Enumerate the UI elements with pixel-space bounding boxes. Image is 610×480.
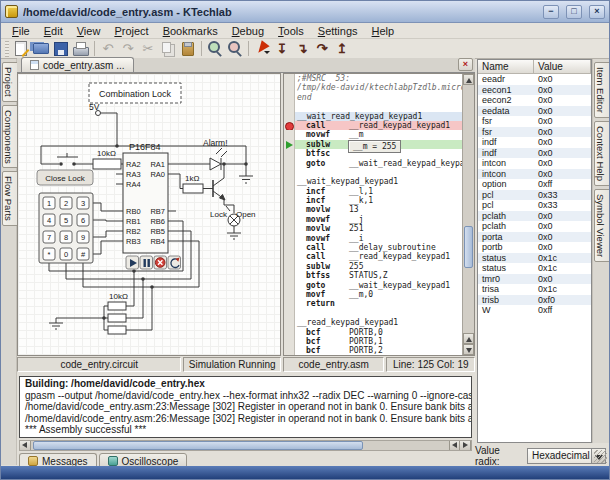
code-line[interactable]: /tmp/kde-david/ktechlabpTzdlb.microbe	[284, 83, 462, 92]
code-line[interactable]: movlw251	[284, 224, 462, 233]
breakpoint-gutter[interactable]	[284, 187, 295, 196]
menu-item[interactable]: File	[5, 24, 37, 38]
code-line[interactable]	[284, 309, 462, 318]
keypad-key[interactable]: 2	[64, 199, 68, 208]
dock-tab[interactable]: Item Editor	[594, 62, 610, 118]
menu-item[interactable]: Bookmarks	[156, 24, 225, 38]
breakpoint-gutter[interactable]	[284, 177, 295, 186]
close-view-button[interactable]: ×	[458, 58, 473, 71]
menu-item[interactable]: View	[70, 24, 108, 38]
undo-icon[interactable]: ↶	[99, 40, 117, 58]
breakpoint-gutter[interactable]	[284, 159, 295, 168]
circuit-view[interactable]: Combination Lock 5V 10kΩ P16F84 Alarm! 1…	[17, 73, 281, 356]
scroll-down-arrow[interactable]	[463, 344, 474, 355]
register-row[interactable]: porta 0x0	[478, 232, 591, 243]
pause-button[interactable]	[140, 256, 153, 269]
circuit-canvas[interactable]: Combination Lock 5V 10kΩ P16F84 Alarm! 1…	[18, 74, 280, 355]
code-line[interactable]: movwf__m	[284, 130, 462, 139]
keypad-key[interactable]: 4	[47, 216, 51, 225]
code-line[interactable]: bcfPORTB,1	[284, 337, 462, 346]
code-vertical-scrollbar[interactable]	[462, 74, 474, 355]
step-out-icon[interactable]: ↥	[333, 40, 351, 58]
breakpoint-gutter[interactable]	[284, 112, 295, 121]
keypad-key[interactable]: *	[48, 250, 51, 259]
keypad-key[interactable]: 7	[47, 233, 51, 242]
build-output[interactable]: Building: /home/david/code_entry.hexgpas…	[19, 376, 472, 438]
menu-item[interactable]: Edit	[37, 24, 70, 38]
register-row[interactable]: W 0xff	[478, 305, 591, 316]
code-line[interactable]: incf__l,1	[284, 187, 462, 196]
code-line[interactable]: movf__m,0	[284, 290, 462, 299]
register-row[interactable]: eedata 0x0	[478, 106, 591, 117]
breakpoint-gutter[interactable]	[284, 93, 295, 102]
register-row[interactable]: status 0x1c	[478, 263, 591, 274]
new-file-icon[interactable]	[12, 40, 30, 58]
code-line[interactable]: goto__wait_keypad_keypad1	[284, 281, 462, 290]
code-line[interactable]: ;#MSRC 53:	[284, 74, 462, 83]
breakpoint-gutter[interactable]	[284, 346, 295, 355]
register-row[interactable]: eecon1 0x0	[478, 85, 591, 96]
output-horizontal-scrollbar[interactable]	[19, 440, 472, 451]
code-line[interactable]: movwf__i	[284, 234, 462, 243]
code-line[interactable]: __read_keypad_keypad1	[284, 318, 462, 327]
register-row[interactable]: pcl 0x33	[478, 200, 591, 211]
maximize-button[interactable]: □	[566, 5, 582, 19]
code-line[interactable]	[284, 168, 462, 177]
breakpoint-gutter[interactable]	[284, 309, 295, 318]
menu-item[interactable]: Project	[107, 24, 155, 38]
copy-icon[interactable]	[159, 40, 177, 58]
code-lines[interactable]: ;#MSRC 53: /tmp/kde-david/ktechlabpTzdlb…	[284, 74, 462, 355]
keypad-key[interactable]: 9	[81, 233, 85, 242]
titlebar[interactable]: /home/david/code_entry.asm - KTechlab − …	[1, 1, 609, 23]
menu-item[interactable]: Help	[365, 24, 402, 38]
register-row[interactable]: intcon 0x0	[478, 158, 591, 169]
register-row[interactable]: indf 0x0	[478, 137, 591, 148]
dock-tab[interactable]: Context Help	[594, 121, 610, 186]
interrupt-icon[interactable]: ↧	[273, 40, 291, 58]
step-over-icon[interactable]: ↷	[313, 40, 331, 58]
keypad-key[interactable]: 5	[64, 216, 68, 225]
print-icon[interactable]	[72, 40, 90, 58]
minimize-button[interactable]: −	[543, 5, 559, 19]
menu-item[interactable]: Debug	[225, 24, 271, 38]
register-row[interactable]: intcon 0x0	[478, 169, 591, 180]
breakpoint-gutter[interactable]	[284, 205, 295, 214]
code-line[interactable]: sublw255	[284, 262, 462, 271]
keypad-key[interactable]: 8	[64, 233, 68, 242]
scroll-left-arrow[interactable]	[449, 441, 460, 450]
register-row[interactable]: status 0x1c	[478, 253, 591, 264]
breakpoint-gutter[interactable]	[284, 83, 295, 92]
breakpoint-gutter[interactable]	[284, 121, 295, 130]
run-icon[interactable]	[253, 40, 271, 58]
breakpoint-gutter[interactable]	[284, 130, 295, 139]
zoom-in-icon[interactable]	[206, 40, 224, 58]
redo-icon[interactable]: ↷	[119, 40, 137, 58]
register-row[interactable]: indf 0x0	[478, 148, 591, 159]
breakpoint-gutter[interactable]	[284, 271, 295, 280]
register-row[interactable]: trisa 0x1c	[478, 284, 591, 295]
breakpoint-gutter[interactable]	[284, 318, 295, 327]
code-line[interactable]: movwf__j	[284, 215, 462, 224]
menu-item[interactable]: Tools	[271, 24, 311, 38]
resize-grip[interactable]	[594, 450, 607, 463]
breakpoint-gutter[interactable]	[284, 74, 295, 83]
open-folder-icon[interactable]	[32, 40, 50, 58]
code-line[interactable]: return	[284, 299, 462, 308]
scroll-left-arrow[interactable]	[20, 441, 31, 450]
breakpoint-gutter[interactable]	[284, 196, 295, 205]
register-row[interactable]: option 0xff	[478, 179, 591, 190]
code-line[interactable]: __wait_read_keypad_keypad1	[284, 112, 462, 121]
breakpoint-gutter[interactable]	[284, 168, 295, 177]
tab-code-entry-asm[interactable]: code_entry.asm ...	[21, 57, 134, 72]
register-row[interactable]: pcl 0x33	[478, 190, 591, 201]
register-row[interactable]: pclath 0x0	[478, 221, 591, 232]
name-column-header[interactable]: Name	[478, 60, 534, 74]
keypad-key[interactable]: 3	[81, 199, 85, 208]
keypad-key[interactable]: 0	[64, 250, 68, 259]
cut-icon[interactable]: ✂	[139, 40, 157, 58]
code-line[interactable]: bcfPORTB,0	[284, 328, 462, 337]
register-row[interactable]: fsr 0x0	[478, 116, 591, 127]
code-line[interactable]	[284, 102, 462, 111]
register-row[interactable]: fsr 0x0	[478, 127, 591, 138]
breakpoint-gutter[interactable]	[284, 337, 295, 346]
